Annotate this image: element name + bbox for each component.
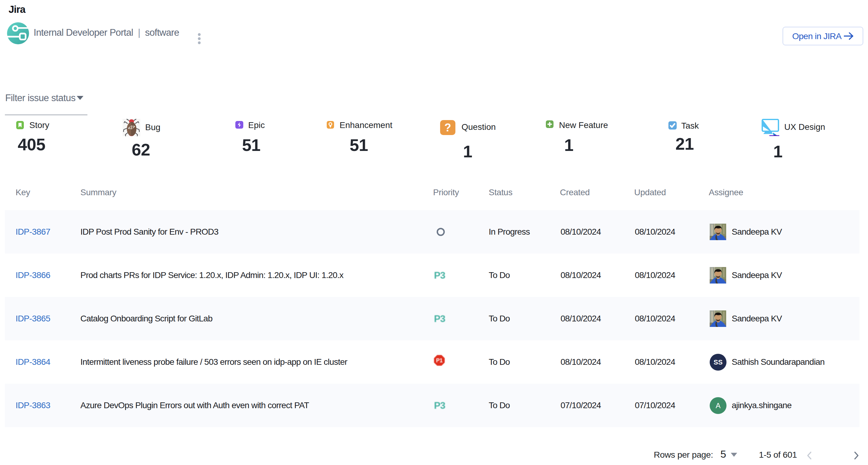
svg-text:?: ? [444, 121, 451, 134]
svg-text:SS: SS [714, 358, 722, 366]
svg-text:P1: P1 [436, 358, 443, 364]
svg-text:A: A [715, 401, 720, 410]
